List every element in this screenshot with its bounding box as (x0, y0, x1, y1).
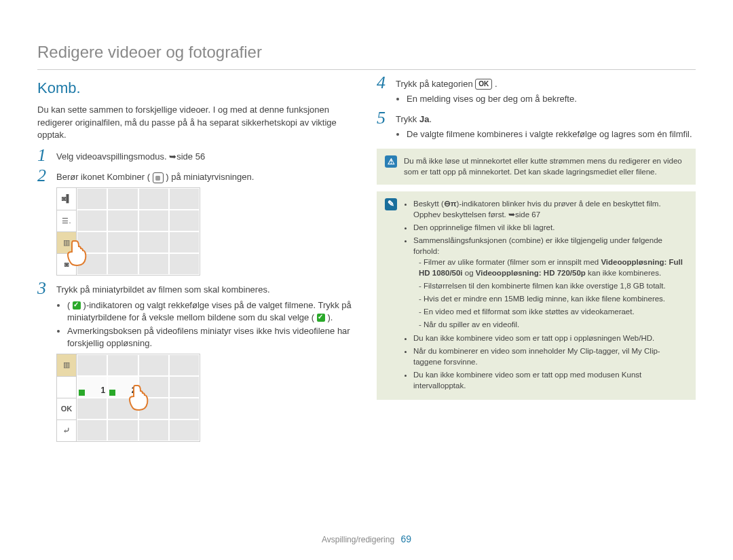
selected-number-2: 2 (132, 385, 136, 396)
step-3-sublist: ( )-indikatoren og valgt rekkefølge vise… (56, 299, 356, 350)
footer-section: Avspilling/redigering (322, 535, 394, 544)
info-sub-format: Filmer av ulike formater (filmer som er … (419, 257, 688, 278)
sidebar-ok-button: OK (57, 398, 76, 419)
screenshot-1-grid (77, 188, 200, 275)
ja-label: Ja (419, 114, 429, 124)
step-3-sub-b: Avmerkingsboksen på videofilens miniatyr… (67, 325, 356, 350)
step-list-continued: Trykk på kategorien OK . En melding vise… (377, 78, 696, 141)
info-item-webhd: Du kan ikke kombinere video som er tatt … (413, 333, 688, 343)
combine-icon: ▥ (153, 172, 164, 183)
sidebar-back-button: ⤶ (57, 419, 76, 441)
step-3: Trykk på miniatyrbildet av filmen som sk… (37, 284, 356, 442)
screenshot-1: ◙▌ ☰. ▥ ◙ (56, 187, 200, 276)
warning-icon: ⚠ (385, 155, 397, 168)
step-3-lead: Trykk på miniatyrbildet av filmen som sk… (56, 284, 270, 295)
protect-icon: ⊖π (444, 200, 457, 208)
step-2: Berør ikonet Kombiner ( ▥ ) på miniatyrv… (37, 171, 356, 276)
selected-number-1: 1 (101, 385, 106, 396)
info-item-combine-na: Sammenslåingsfunksjonen (combine) er ikk… (413, 235, 688, 331)
info-sublist: Filmer av ulike formater (filmer som er … (413, 257, 688, 331)
selected-indicator-2 (109, 390, 115, 396)
screenshot-2: ▥ OK ⤶ 1 (56, 354, 200, 442)
step-2-text-a: Berør ikonet Kombiner ( (56, 172, 153, 182)
check-icon-2 (317, 314, 325, 322)
info-icon: ✎ (385, 198, 397, 210)
sidebar-combine-icon-2: ▥ (57, 354, 76, 375)
step-4-sub: En melding vises og ber deg om å bekreft… (407, 93, 696, 105)
selected-indicator (79, 390, 85, 396)
screenshot-2-sidebar: ▥ OK ⤶ (57, 354, 77, 441)
info-sub-size: Filstørrelsen til den kombinerte filmen … (419, 280, 688, 291)
sidebar-combine-icon: ▥ (57, 231, 76, 253)
sidebar-movie-icon: ☰. (57, 210, 76, 231)
step-5-sub: De valgte filmene kombineres i valgte re… (407, 128, 696, 141)
page: Redigere videoer og fotografier Komb. Du… (0, 0, 733, 560)
step-3-sub-a: ( )-indikatoren og valgt rekkefølge vise… (67, 299, 356, 324)
page-title: Redigere videoer og fotografier (37, 41, 696, 70)
screenshot-1-sidebar: ◙▌ ☰. ▥ ◙ (57, 188, 77, 275)
info-note: ✎ Beskytt (⊖π)-indikatoren blinker hvis … (377, 191, 696, 400)
ok-icon: OK (475, 79, 492, 90)
info-content: Beskytt (⊖π)-indikatoren blinker hvis du… (404, 198, 688, 394)
step-2-text-b: ) på miniatyrvisningen. (166, 172, 254, 182)
step-5: Trykk Ja. De valgte filmene kombineres i… (377, 113, 696, 141)
step-1: Velg videoavspillingsmodus. ➥side 56 (37, 151, 356, 163)
info-sub-mem: Hvis det er mindre enn 15MB ledig minne,… (419, 293, 688, 304)
screenshot-2-grid: 1 2 (77, 354, 200, 441)
page-footer: Avspilling/redigering 69 (0, 533, 733, 546)
page-number: 69 (400, 534, 411, 544)
warning-note: ⚠ Du må ikke løse ut minnekortet eller k… (377, 149, 696, 184)
section-title: Komb. (37, 78, 356, 99)
intro-text: Du kan sette sammen to forskjellige vide… (37, 104, 356, 141)
info-item-myclip: Når du kombinerer en video som inneholde… (413, 346, 688, 367)
step-list: Velg videoavspillingsmodus. ➥side 56 Ber… (37, 151, 356, 442)
info-sub-unsupported: En video med et filformat som ikke støtt… (419, 306, 688, 317)
step-1-text: Velg videoavspillingsmodus. ➥side 56 (56, 151, 205, 162)
info-list: Beskytt (⊖π)-indikatoren blinker hvis du… (404, 198, 688, 392)
info-item-protect: Beskytt (⊖π)-indikatoren blinker hvis du… (413, 198, 688, 220)
info-sub-playing: Når du spiller av en videofil. (419, 319, 688, 330)
sidebar-spacer (57, 376, 76, 398)
step-5-sublist: De valgte filmene kombineres i valgte re… (396, 128, 696, 141)
step-4: Trykk på kategorien OK . En melding vise… (377, 78, 696, 105)
sidebar-camera-icon: ◙▌ (57, 188, 76, 209)
sidebar-camcorder-icon: ◙ (57, 253, 76, 275)
check-icon (73, 301, 81, 310)
warning-text: Du må ikke løse ut minnekortet eller kut… (404, 155, 688, 177)
two-column-layout: Komb. Du kan sette sammen to forskjellig… (37, 78, 696, 451)
info-item-original: Den opprinnelige filmen vil ikke bli lag… (413, 222, 688, 233)
left-column: Komb. Du kan sette sammen to forskjellig… (37, 78, 356, 451)
info-item-art: Du kan ikke kombinere video som er tatt … (413, 369, 688, 391)
step-4-sublist: En melding vises og ber deg om å bekreft… (396, 93, 696, 105)
right-column: Trykk på kategorien OK . En melding vise… (377, 78, 696, 451)
